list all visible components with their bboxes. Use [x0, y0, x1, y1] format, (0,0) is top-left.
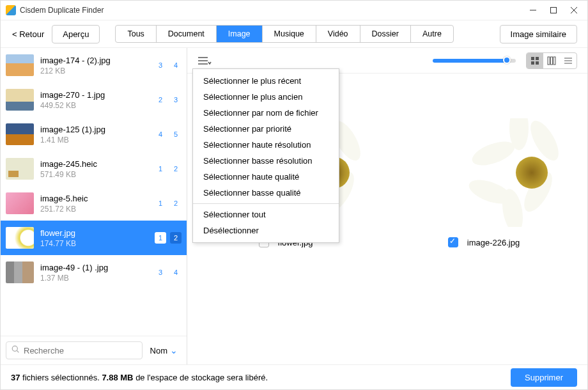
file-size: 174.77 KB [40, 239, 148, 248]
selection-menu: Sélectionner le plus récent Sélectionner… [192, 68, 339, 243]
count-badge: 2 [170, 163, 182, 175]
count-badge: 1 [155, 163, 166, 175]
svg-rect-13 [548, 57, 550, 65]
sort-label: Nom [150, 346, 167, 355]
duplicate-card[interactable]: image-226.jpg [401, 118, 567, 247]
filter-musique[interactable]: Musique [263, 26, 316, 42]
menu-select-newest[interactable]: Sélectionner le plus récent [193, 73, 339, 89]
count-badge: 4 [155, 129, 166, 140]
delete-button[interactable]: Supprimer [511, 368, 577, 387]
svg-point-4 [12, 346, 17, 351]
search-icon [12, 345, 20, 356]
search-row: Nom ⌄ [1, 336, 187, 364]
card-label: image-226.jpg [467, 238, 520, 247]
filter-dossier[interactable]: Dossier [360, 26, 411, 42]
selected-count: 37 [11, 373, 20, 382]
similar-image-button[interactable]: Image similaire [500, 25, 577, 43]
list-item[interactable]: image-125 (1).jpg1.41 MB 45 [1, 117, 187, 152]
count-badge: 1 [155, 198, 166, 209]
content-pane: flower.jpg image-226.jpg Sélectionner le… [187, 48, 587, 364]
zoom-slider[interactable] [433, 59, 516, 63]
file-size: 571.49 KB [40, 170, 148, 179]
filter-image[interactable]: Image [217, 26, 263, 42]
file-name: image-5.heic [40, 194, 148, 203]
filter-tous[interactable]: Tous [116, 26, 156, 42]
file-size: 449.52 KB [40, 101, 148, 110]
svg-line-5 [17, 351, 19, 353]
list-item[interactable]: image-270 - 1.jpg449.52 KB 23 [1, 82, 187, 117]
file-name: flower.jpg [40, 228, 148, 238]
column-view-button[interactable] [543, 53, 560, 68]
list-item[interactable]: image-5.heic251.72 KB 12 [1, 186, 187, 221]
file-name: image-174 - (2).jpg [40, 56, 148, 65]
filter-document[interactable]: Document [157, 26, 217, 42]
svg-rect-9 [531, 57, 534, 60]
preview-button[interactable]: Aperçu [52, 25, 100, 43]
count-badge: 3 [155, 59, 166, 71]
count-badge: 1 [155, 232, 166, 244]
view-toggle [526, 52, 577, 69]
selection-menu-button[interactable] [197, 56, 212, 66]
thumbnail [6, 158, 34, 180]
list-view-button[interactable] [560, 53, 576, 68]
count-badge: 2 [155, 94, 166, 105]
menu-select-low-res[interactable]: Sélectionner basse résolution [193, 153, 339, 169]
svg-rect-10 [536, 57, 539, 60]
titlebar: Cisdem Duplicate Finder [1, 1, 587, 20]
sort-select[interactable]: Nom ⌄ [146, 343, 182, 358]
card-checkbox[interactable] [448, 237, 458, 247]
thumbnail [6, 192, 34, 214]
thumbnail [6, 261, 34, 283]
menu-select-all[interactable]: Sélectionner tout [193, 207, 339, 222]
menu-select-by-priority[interactable]: Sélectionner par priorité [193, 121, 339, 137]
svg-rect-14 [551, 57, 553, 65]
menu-separator [193, 203, 339, 204]
menu-select-high-quality[interactable]: Sélectionner haute qualité [193, 169, 339, 185]
grid-view-button[interactable] [527, 53, 543, 68]
count-badge: 2 [170, 198, 182, 209]
count-badge: 4 [170, 267, 182, 278]
thumbnail [6, 123, 34, 145]
filter-video[interactable]: Vidéo [316, 26, 360, 42]
count-badge: 5 [170, 129, 182, 140]
list-item[interactable]: flower.jpg174.77 KB 12 [1, 221, 187, 255]
count-badge: 2 [170, 232, 182, 244]
duplicate-list[interactable]: image-174 - (2).jpg212 KB 34 image-270 -… [1, 48, 187, 336]
freed-size-label: de l'espace de stockage sera libéré. [134, 373, 268, 382]
file-size: 212 KB [40, 66, 148, 75]
file-name: image-245.heic [40, 159, 148, 169]
list-item[interactable]: image-49 - (1) .jpg1.37 MB 34 [1, 255, 187, 290]
slider-thumb[interactable] [503, 56, 511, 64]
maximize-button[interactable] [549, 6, 558, 15]
svg-rect-11 [531, 61, 534, 65]
selected-count-label: fichiers sélectionnés. [20, 373, 102, 382]
count-badge: 3 [155, 267, 166, 278]
menu-deselect[interactable]: Désélectionner [193, 222, 339, 238]
file-name: image-125 (1).jpg [40, 125, 148, 134]
card-image [401, 118, 567, 227]
freed-size: 7.88 MB [102, 373, 133, 382]
menu-select-oldest[interactable]: Sélectionner le plus ancien [193, 89, 339, 105]
minimize-button[interactable] [529, 6, 538, 15]
window-title: Cisdem Duplicate Finder [20, 6, 529, 15]
file-name: image-49 - (1) .jpg [40, 263, 148, 272]
search-box[interactable] [6, 341, 143, 359]
list-item[interactable]: image-174 - (2).jpg212 KB 34 [1, 48, 187, 82]
svg-rect-1 [551, 8, 557, 13]
toolbar: < Retour Aperçu Tous Document Image Musi… [1, 20, 587, 48]
close-button[interactable] [569, 6, 578, 15]
search-input[interactable] [24, 346, 137, 355]
thumbnail [6, 227, 34, 249]
sidebar: image-174 - (2).jpg212 KB 34 image-270 -… [1, 48, 187, 364]
back-button[interactable]: < Retour [11, 27, 45, 42]
menu-select-low-quality[interactable]: Sélectionner basse qualité [193, 185, 339, 201]
svg-rect-12 [536, 61, 539, 65]
list-item[interactable]: image-245.heic571.49 KB 12 [1, 152, 187, 186]
chevron-down-icon: ⌄ [170, 345, 178, 355]
statusbar: 37 fichiers sélectionnés. 7.88 MB de l'e… [1, 364, 587, 390]
menu-select-high-res[interactable]: Sélectionner haute résolution [193, 137, 339, 153]
filter-autre[interactable]: Autre [411, 26, 453, 42]
file-size: 1.37 MB [40, 274, 148, 283]
menu-select-by-filename[interactable]: Sélectionner par nom de fichier [193, 105, 339, 121]
file-size: 251.72 KB [40, 205, 148, 214]
